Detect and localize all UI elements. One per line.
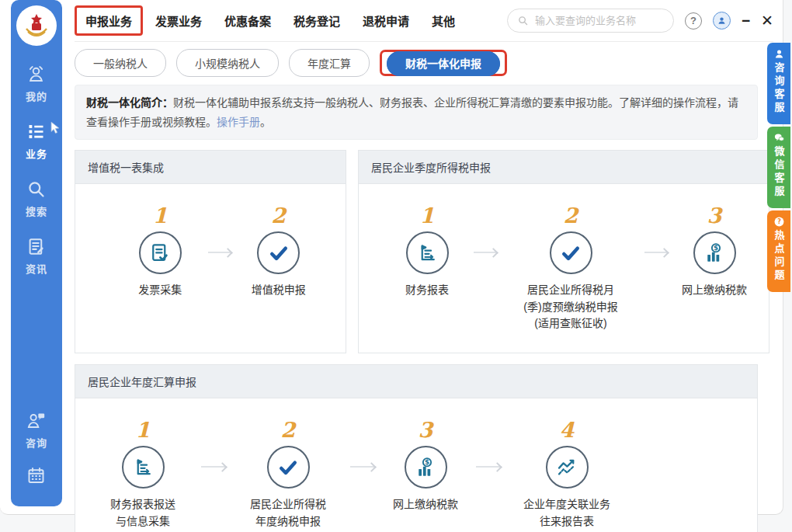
step-financial-statements[interactable]: 1 财务报表 [380, 204, 474, 299]
check-icon [257, 231, 300, 274]
user-icon [26, 64, 47, 85]
flow-arrow [644, 252, 668, 253]
step-number: 3 [419, 419, 433, 443]
step-label: 居民企业所得税月 (季)度预缴纳税申报 (适用查账征收) [523, 282, 617, 332]
trend-chart-icon [546, 446, 589, 489]
search-input[interactable] [535, 15, 664, 26]
sidebar-item-calendar[interactable] [26, 465, 47, 486]
step-number: 3 [707, 204, 722, 229]
step-vat-declaration[interactable]: 2 增值税申报 [231, 204, 327, 299]
sidebar-item-news[interactable]: 资讯 [26, 236, 47, 276]
sidebar: 我的 业务 搜索 资讯 [11, 0, 62, 506]
report-icon [122, 446, 165, 489]
news-icon [26, 236, 47, 257]
intro-period: 。 [260, 116, 271, 128]
chat-icon [26, 410, 47, 431]
user-icon [717, 16, 727, 26]
sidebar-item-mine[interactable]: 我的 [26, 64, 47, 103]
intro-heading: 财税一体化简介： [86, 96, 173, 109]
nav-item-registration[interactable]: 税务登记 [294, 12, 340, 29]
mouse-cursor [50, 121, 62, 135]
svg-text:$: $ [714, 244, 718, 252]
app-window: 我的 业务 搜索 资讯 [0, 0, 792, 532]
intro-box: 财税一体化简介：财税一体化辅助申报系统支持一般纳税人、财务报表、企业所得税汇算清… [75, 85, 758, 140]
tax-emblem-icon [19, 8, 54, 43]
nav-item-refund[interactable]: 退税申请 [363, 12, 409, 29]
step-pay-tax-online[interactable]: 3 $ 网上缴纳税款 [375, 419, 476, 513]
step-pay-tax-online[interactable]: 3 $ 网上缴纳 [668, 204, 761, 299]
search-icon [26, 179, 47, 200]
tab-integrated-declaration[interactable]: 财税一体化申报 [387, 51, 500, 76]
step-number: 1 [153, 204, 168, 229]
search-icon [517, 15, 529, 26]
step-label: 增值税申报 [252, 282, 306, 299]
invoice-check-icon [139, 231, 182, 274]
flow-arrow [474, 252, 497, 253]
sidebar-item-label: 我的 [26, 89, 47, 103]
step-label: 网上缴纳税款 [393, 496, 458, 513]
step-label: 企业年度关联业务 往来报告表 [523, 496, 610, 530]
step-label: 网上缴纳税款 [682, 282, 747, 299]
header: 申报业务 发票业务 优惠备案 税务登记 退税申请 其他 ? − ✕ [75, 0, 773, 42]
close-button[interactable]: ✕ [761, 13, 773, 28]
step-number: 2 [281, 419, 296, 443]
nav-item-other[interactable]: 其他 [432, 12, 455, 29]
step-label: 财务报表报送 与信息采集 [110, 496, 175, 530]
svg-text:$: $ [425, 458, 429, 466]
sidebar-item-business[interactable]: 业务 [26, 121, 47, 161]
nav-item-preferential[interactable]: 优惠备案 [224, 12, 271, 29]
side-tab-consult-service[interactable]: 咨询客服 [767, 43, 790, 124]
minimize-button[interactable]: − [742, 13, 750, 28]
step-number: 4 [560, 419, 575, 443]
step-monthly-quarterly-prepay-declaration[interactable]: 2 居民企业所得税月 (季)度预缴纳税申报 (适用查账征收) [497, 204, 644, 332]
step-invoice-collection[interactable]: 1 发票采集 [113, 204, 208, 299]
panel-annual-settlement-declaration: 居民企业年度汇算申报 1 财务报表报送 与信息采集 [75, 364, 758, 532]
tax-bureau-logo [16, 5, 57, 46]
step-number: 2 [564, 204, 578, 229]
calendar-icon [26, 465, 47, 486]
sidebar-item-label: 搜索 [26, 203, 47, 218]
tab-small-scale-taxpayer[interactable]: 小规模纳税人 [176, 49, 279, 77]
step-label: 财务报表 [405, 282, 449, 299]
account-button[interactable] [713, 12, 731, 30]
intro-body: 财税一体化辅助申报系统支持一般纳税人、财务报表、企业所得税汇算清缴的要素申报功能… [86, 96, 738, 128]
top-nav: 申报业务 发票业务 优惠备案 税务登记 退税申请 其他 [75, 5, 478, 36]
main-content: 一般纳税人 小规模纳税人 年度汇算 财税一体化申报 财税一体化简介：财税一体化辅… [75, 42, 758, 532]
step-annual-income-tax-declaration[interactable]: 2 居民企业所得税 年度纳税申报 (适用查账征收) [226, 419, 350, 532]
panel-title: 增值税一表集成 [75, 151, 346, 184]
sidebar-item-search[interactable]: 搜索 [26, 179, 47, 218]
nav-item-declare[interactable]: 申报业务 [85, 15, 132, 28]
step-number: 2 [271, 204, 286, 229]
step-label: 发票采集 [138, 282, 182, 299]
tab-annual-settlement[interactable]: 年度汇算 [289, 49, 370, 77]
side-tab-hot-questions[interactable]: ? 热点问题 [767, 210, 790, 292]
help-button[interactable]: ? [685, 12, 702, 30]
side-tab-wechat-service[interactable]: 微信客服 [767, 127, 790, 208]
taxpayer-tabs: 一般纳税人 小规模纳税人 年度汇算 财税一体化申报 [75, 49, 758, 77]
list-icon [26, 121, 47, 142]
report-icon [406, 231, 449, 274]
step-related-party-report[interactable]: 4 企业年度关联业务 往来报告表 [501, 419, 633, 530]
pay-tax-icon: $ [693, 231, 736, 274]
wechat-icon [773, 132, 785, 144]
side-tab-label: 微信客服 [772, 146, 787, 199]
question-icon: ? [773, 216, 785, 228]
panel-quarterly-income-tax: 居民企业季度所得税申报 1 财务报表 [358, 150, 769, 353]
tab-general-taxpayer[interactable]: 一般纳税人 [75, 49, 166, 77]
pay-tax-icon: $ [405, 446, 447, 489]
search-box[interactable] [507, 9, 674, 33]
manual-link[interactable]: 操作手册 [217, 116, 260, 128]
floating-side-tabs: 咨询客服 微信客服 ? 热点问题 [767, 43, 790, 294]
panel-title: 居民企业季度所得税申报 [359, 151, 769, 184]
service-icon [773, 48, 785, 60]
check-icon [267, 446, 310, 489]
sidebar-item-label: 资讯 [26, 261, 47, 276]
step-number: 1 [136, 419, 151, 443]
step-financial-report-submission[interactable]: 1 财务报表报送 与信息采集 [85, 419, 201, 530]
flow-arrow [201, 466, 226, 468]
sidebar-item-consult[interactable]: 咨询 [26, 410, 47, 450]
nav-item-invoice[interactable]: 发票业务 [155, 12, 202, 29]
svg-text:?: ? [777, 217, 781, 225]
step-label: 居民企业所得税 年度纳税申报 (适用查账征收) [250, 496, 326, 532]
flow-arrow [208, 252, 231, 253]
